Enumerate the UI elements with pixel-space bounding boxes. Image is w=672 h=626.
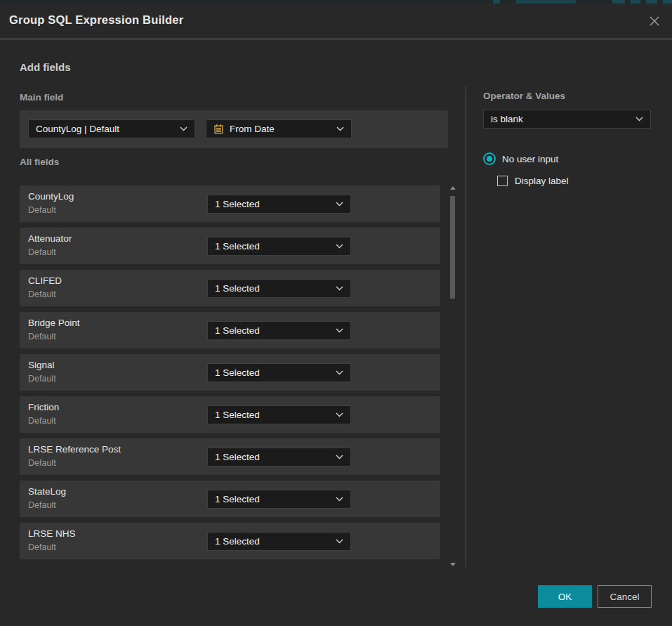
- field-name: CLIFED: [28, 275, 62, 286]
- field-selection-value: 1 Selected: [215, 283, 336, 294]
- field-row-friction: Friction Default 1 Selected: [20, 396, 440, 433]
- field-row-clifed: CLIFED Default 1 Selected: [20, 270, 440, 306]
- chevron-down-icon: [635, 117, 643, 122]
- field-selection-value: 1 Selected: [215, 199, 336, 209]
- scrollbar-thumb[interactable]: [450, 196, 455, 299]
- field-name: Signal: [28, 360, 55, 370]
- field-subtitle: Default: [28, 247, 56, 257]
- field-name: LRSE NHS: [28, 528, 76, 539]
- scrollbar-up-arrow-icon[interactable]: [450, 186, 456, 190]
- close-icon: [649, 15, 660, 27]
- close-button[interactable]: [646, 13, 663, 30]
- field-subtitle: Default: [28, 458, 56, 468]
- field-row-lrse-reference-post: LRSE Reference Post Default 1 Selected: [20, 438, 440, 475]
- all-fields-label: All fields: [20, 157, 59, 167]
- field-selection-value: 1 Selected: [215, 410, 336, 420]
- field-subtitle: Default: [28, 332, 56, 341]
- field-subtitle: Default: [28, 289, 56, 299]
- main-field-box: CountyLog | Default From Date: [20, 110, 448, 148]
- main-field-field-select[interactable]: From Date: [206, 119, 352, 138]
- field-selection-value: 1 Selected: [215, 241, 336, 252]
- chevron-down-icon: [336, 126, 344, 131]
- field-name: Bridge Point: [28, 318, 80, 328]
- chevron-down-icon: [336, 286, 343, 291]
- field-subtitle: Default: [28, 374, 56, 384]
- operator-select[interactable]: is blank: [483, 110, 651, 129]
- main-field-label: Main field: [20, 92, 63, 103]
- field-selection-value: 1 Selected: [215, 325, 336, 336]
- chevron-down-icon: [336, 370, 343, 375]
- field-name: Attenuator: [28, 233, 72, 244]
- group-sql-expression-builder-dialog: Group SQL Expression Builder Add fields …: [0, 4, 672, 626]
- display-label-label: Display label: [515, 176, 569, 186]
- field-name: LRSE Reference Post: [28, 444, 121, 455]
- field-selection-dropdown[interactable]: 1 Selected: [207, 363, 351, 382]
- checkbox-unchecked-icon[interactable]: [497, 176, 508, 186]
- chevron-down-icon: [336, 539, 343, 544]
- field-selection-dropdown[interactable]: 1 Selected: [207, 321, 351, 340]
- calendar-icon: [213, 124, 224, 134]
- field-selection-dropdown[interactable]: 1 Selected: [207, 279, 351, 298]
- no-user-input-radio-row[interactable]: No user input: [483, 152, 558, 165]
- field-selection-dropdown[interactable]: 1 Selected: [207, 448, 351, 467]
- dialog-title: Group SQL Expression Builder: [9, 13, 183, 27]
- field-subtitle: Default: [28, 416, 56, 426]
- add-fields-heading: Add fields: [20, 61, 71, 73]
- field-selection-dropdown[interactable]: 1 Selected: [207, 195, 351, 214]
- main-field-source-select[interactable]: CountyLog | Default: [28, 119, 195, 138]
- field-selection-value: 1 Selected: [215, 367, 336, 378]
- chevron-down-icon: [336, 455, 343, 459]
- chevron-down-icon: [336, 412, 343, 417]
- main-field-field-value: From Date: [230, 124, 336, 134]
- field-selection-value: 1 Selected: [215, 536, 336, 547]
- chevron-down-icon: [336, 244, 343, 249]
- panel-divider: [466, 86, 466, 567]
- field-name: Friction: [28, 402, 59, 412]
- ok-button[interactable]: OK: [538, 585, 592, 608]
- no-user-input-label: No user input: [502, 154, 558, 164]
- field-selection-dropdown[interactable]: 1 Selected: [207, 490, 351, 509]
- field-subtitle: Default: [28, 542, 56, 552]
- all-fields-list: CountyLog Default 1 Selected Attenuator …: [20, 185, 440, 565]
- field-subtitle: Default: [28, 205, 56, 215]
- field-name: CountyLog: [28, 191, 74, 202]
- field-row-bridge-point: Bridge Point Default 1 Selected: [20, 312, 440, 348]
- main-field-source-value: CountyLog | Default: [36, 124, 180, 134]
- field-selection-value: 1 Selected: [215, 452, 336, 462]
- field-selection-value: 1 Selected: [215, 494, 336, 504]
- field-row-signal: Signal Default 1 Selected: [20, 354, 440, 391]
- field-row-statelog: StateLog Default 1 Selected: [20, 481, 440, 517]
- field-selection-dropdown[interactable]: 1 Selected: [207, 237, 351, 256]
- display-label-checkbox-row[interactable]: Display label: [497, 176, 569, 186]
- field-selection-dropdown[interactable]: 1 Selected: [207, 405, 351, 424]
- chevron-down-icon: [180, 126, 187, 131]
- screen: Group SQL Expression Builder Add fields …: [0, 0, 672, 626]
- scrollbar[interactable]: [449, 185, 456, 568]
- field-name: StateLog: [28, 486, 66, 497]
- scrollbar-down-arrow-icon[interactable]: [450, 563, 456, 566]
- field-row-attenuator: Attenuator Default 1 Selected: [20, 228, 440, 264]
- chevron-down-icon: [336, 202, 343, 207]
- field-subtitle: Default: [28, 500, 56, 510]
- chevron-down-icon: [336, 328, 343, 333]
- radio-selected-icon[interactable]: [483, 152, 496, 165]
- field-selection-dropdown[interactable]: 1 Selected: [207, 532, 351, 551]
- chevron-down-icon: [336, 497, 343, 502]
- cancel-button[interactable]: Cancel: [598, 585, 652, 608]
- operator-value: is blank: [491, 114, 635, 124]
- field-row-countylog: CountyLog Default 1 Selected: [20, 185, 440, 222]
- operator-values-heading: Operator & Values: [483, 91, 565, 101]
- field-row-lrse-nhs: LRSE NHS Default 1 Selected: [20, 523, 440, 559]
- dialog-titlebar: Group SQL Expression Builder: [0, 4, 672, 39]
